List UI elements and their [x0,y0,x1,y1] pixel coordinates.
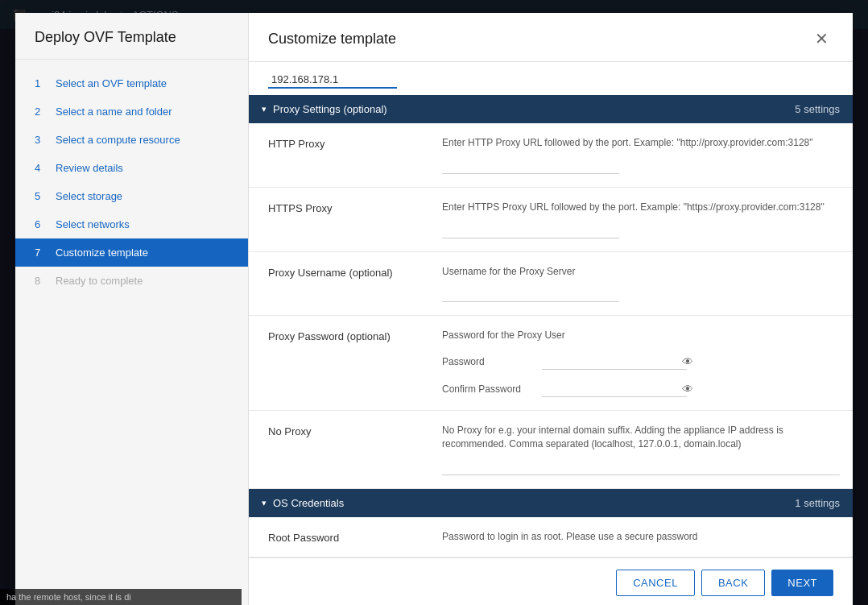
main-content: Customize template ✕ ▾ Proxy Settings (o… [249,13,853,29]
deploy-modal: Deploy OVF Template 1 Select an OVF temp… [15,13,853,29]
modal-overlay: Deploy OVF Template 1 Select an OVF temp… [0,0,868,29]
sidebar-header: Deploy OVF Template [15,13,248,29]
main-header: Customize template ✕ [249,13,853,29]
sidebar: Deploy OVF Template 1 Select an OVF temp… [15,13,249,29]
